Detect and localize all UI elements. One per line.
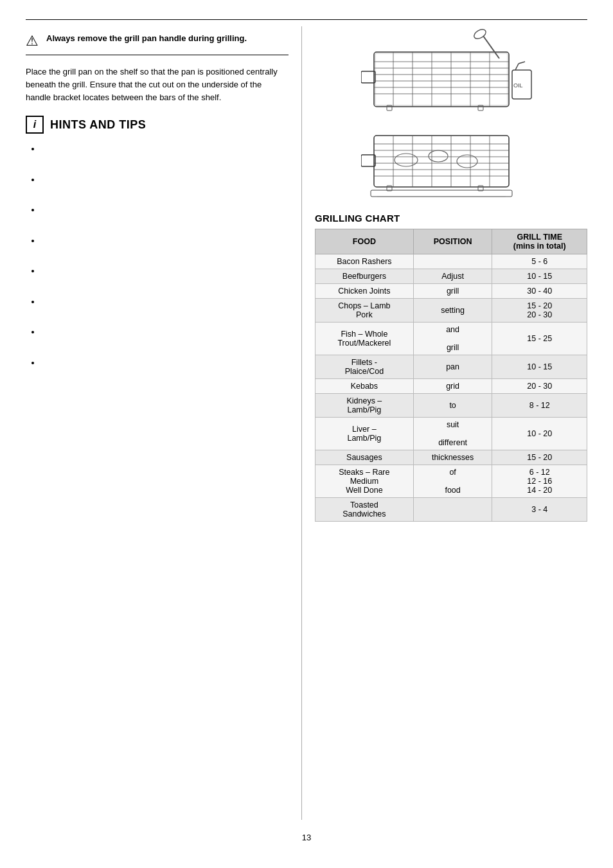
hint-item-5 — [41, 265, 289, 278]
svg-rect-36 — [361, 155, 375, 166]
position-cell: setting — [413, 299, 492, 323]
time-cell: 10 - 15 — [492, 355, 587, 379]
food-cell: Steaks – Rare Medium Well Done — [315, 465, 414, 498]
table-row: Liver – Lamb/Pigsuit different10 - 20 — [315, 418, 587, 450]
food-cell: Fish – Whole Trout/Mackerel — [315, 323, 414, 355]
svg-rect-14 — [375, 53, 508, 105]
hints-header: i HINTS AND TIPS — [26, 116, 289, 134]
hint-item-7 — [41, 326, 289, 339]
position-cell: thicknesses — [413, 450, 492, 465]
table-row: Bacon Rashers5 - 6 — [315, 254, 587, 269]
hint-item-3 — [41, 204, 289, 217]
warning-box: ⚠ Always remove the grill pan handle dur… — [26, 26, 289, 55]
position-cell — [413, 254, 492, 269]
position-cell: grid — [413, 379, 492, 394]
position-cell — [413, 498, 492, 522]
placement-text: Place the grill pan on the shelf so that… — [26, 66, 289, 104]
svg-rect-21 — [387, 105, 392, 111]
hints-title: HINTS AND TIPS — [50, 118, 146, 132]
grill-pan-bottom-illustration — [361, 123, 541, 200]
table-row: Sausagesthicknesses15 - 20 — [315, 450, 587, 465]
hint-item-4 — [41, 235, 289, 247]
table-row: Kidneys – Lamb/Pigto8 - 12 — [315, 394, 587, 418]
time-cell: 8 - 12 — [492, 394, 587, 418]
warning-icon: ⚠ — [26, 34, 39, 48]
svg-line-15 — [483, 36, 499, 58]
time-cell: 15 - 20 — [492, 450, 587, 465]
table-row: BeefburgersAdjust10 - 15 — [315, 269, 587, 284]
svg-line-19 — [515, 64, 519, 70]
svg-rect-22 — [478, 105, 483, 111]
hint-item-6 — [41, 296, 289, 308]
table-row: Chops – Lamb Porksetting15 - 20 20 - 30 — [315, 299, 587, 323]
grilling-chart-table: FOOD POSITION GRILL TIME(mins in total) … — [315, 229, 587, 522]
food-cell: Bacon Rashers — [315, 254, 414, 269]
time-cell: 30 - 40 — [492, 284, 587, 299]
table-row: Fillets - Plaice/Codpan10 - 15 — [315, 355, 587, 379]
position-cell: of food — [413, 465, 492, 498]
warning-text: Always remove the grill pan handle durin… — [46, 33, 247, 44]
table-row: Toasted Sandwiches3 - 4 — [315, 498, 587, 522]
table-row: Fish – Whole Trout/Mackereland grill15 -… — [315, 323, 587, 355]
table-row: Steaks – Rare Medium Well Doneof food6 -… — [315, 465, 587, 498]
hint-item-8 — [41, 357, 289, 369]
time-cell: 20 - 30 — [492, 379, 587, 394]
position-cell: pan — [413, 355, 492, 379]
food-cell: Kidneys – Lamb/Pig — [315, 394, 414, 418]
time-cell: 5 - 6 — [492, 254, 587, 269]
time-cell: 10 - 15 — [492, 269, 587, 284]
hints-list — [26, 143, 289, 369]
col-header-food: FOOD — [315, 229, 414, 254]
food-cell: Chicken Joints — [315, 284, 414, 299]
time-cell: 6 - 12 12 - 16 14 - 20 — [492, 465, 587, 498]
svg-rect-13 — [361, 71, 375, 83]
grilling-chart-title: GRILLING CHART — [315, 213, 587, 224]
time-cell: 15 - 25 — [492, 323, 587, 355]
time-cell: 3 - 4 — [492, 498, 587, 522]
food-cell: Fillets - Plaice/Cod — [315, 355, 414, 379]
hint-item-2 — [41, 173, 289, 186]
grill-pan-top-illustration: OIL — [361, 26, 541, 116]
svg-point-37 — [395, 154, 418, 166]
position-cell: suit different — [413, 418, 492, 450]
hint-item-1 — [41, 143, 289, 155]
food-cell: Sausages — [315, 450, 414, 465]
table-row: Kebabsgrid20 - 30 — [315, 379, 587, 394]
food-cell: Chops – Lamb Pork — [315, 299, 414, 323]
illustrations: OIL — [315, 26, 587, 200]
hints-icon: i — [26, 116, 44, 134]
col-header-time: GRILL TIME(mins in total) — [492, 229, 587, 254]
page-number: 13 — [26, 833, 587, 842]
grilling-chart-section: GRILLING CHART FOOD POSITION GRILL TIME(… — [315, 213, 587, 522]
position-cell: to — [413, 394, 492, 418]
svg-text:OIL: OIL — [513, 82, 523, 89]
table-row: Chicken Jointsgrill30 - 40 — [315, 284, 587, 299]
food-cell: Kebabs — [315, 379, 414, 394]
time-cell: 10 - 20 — [492, 418, 587, 450]
col-header-position: POSITION — [413, 229, 492, 254]
food-cell: Liver – Lamb/Pig — [315, 418, 414, 450]
food-cell: Beefburgers — [315, 269, 414, 284]
svg-rect-42 — [371, 190, 512, 197]
time-cell: 15 - 20 20 - 30 — [492, 299, 587, 323]
svg-line-20 — [519, 62, 525, 64]
position-cell: and grill — [413, 323, 492, 355]
svg-point-38 — [429, 150, 448, 162]
position-cell: grill — [413, 284, 492, 299]
svg-rect-0 — [374, 52, 509, 107]
food-cell: Toasted Sandwiches — [315, 498, 414, 522]
position-cell: Adjust — [413, 269, 492, 284]
